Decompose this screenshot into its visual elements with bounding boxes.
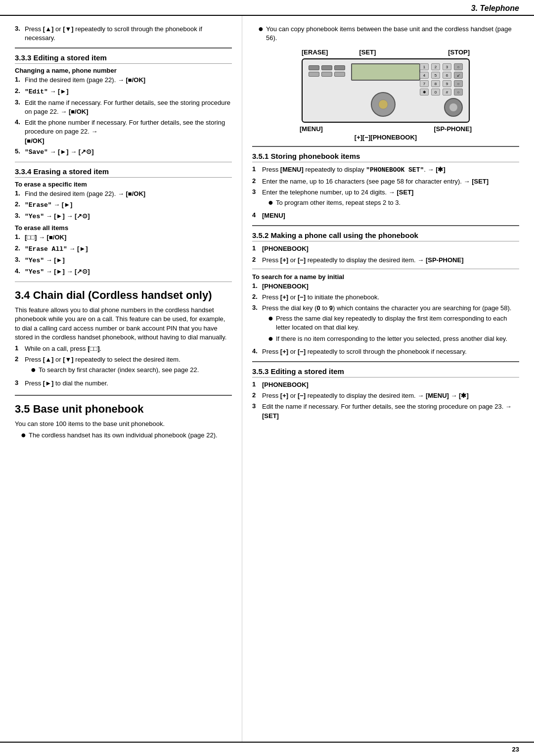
step-number: 2 <box>252 177 262 185</box>
step-334a-2: 2. "Erase All" → [►] <box>15 244 232 254</box>
step-352s-4: 4. Press [+] or [−] repeatedly to scroll… <box>252 347 519 356</box>
step-text: Enter the telephone number, up to 24 dig… <box>262 188 519 209</box>
divider-right-1 <box>252 146 519 147</box>
section-34-heading: 3.4 Chain dial (Cordless handset only) <box>15 289 232 302</box>
stop-label: [STOP] <box>448 48 470 56</box>
step-text: "Erase All" → [►] <box>25 244 232 254</box>
step-text: "Erase" → [►] <box>25 200 232 210</box>
bullet-text: To program other items, repeat steps 2 t… <box>276 198 519 207</box>
step-34-1: 1 While on a call, press [□□]. <box>15 344 232 353</box>
step-352s-2: 2. Press [+] or [−] to initiate the phon… <box>252 293 519 302</box>
step-text: Press [+] or [−] repeatedly to scroll th… <box>262 347 519 356</box>
step-351-1: 1 Press [MENU] repeatedly to display "PH… <box>252 165 519 175</box>
step-352s-3-bullets: ● Press the same dial key repeatedly to … <box>262 314 519 343</box>
step-number: 2. <box>15 244 25 252</box>
step-34-3: 3 Press [►] to dial the number. <box>15 379 232 388</box>
step-text: [PHONEBOOK] <box>262 244 519 253</box>
page-footer: 23 <box>0 742 534 756</box>
bullet-text: If there is no item corresponding to the… <box>276 334 519 343</box>
divider-352 <box>252 269 519 269</box>
step-text: [PHONEBOOK] <box>262 380 519 389</box>
step-334a-3: 3. "Yes" → [►] <box>15 256 232 265</box>
bullet-text: To search by first character (index sear… <box>39 366 232 375</box>
section-351: 3.5.1 Storing phonebook items 1 Press [M… <box>252 152 519 220</box>
step-text: Press [▲] or [▼] repeatedly to select th… <box>25 355 232 377</box>
page-container: 3. Telephone 3. Press [▲] or [▼] repeate… <box>0 0 534 756</box>
phone-screen <box>351 63 420 81</box>
step-text: "Save" → [►] → [↗⊙] <box>25 147 232 157</box>
step-351-3: 3 Enter the telephone number, up to 24 d… <box>252 188 519 209</box>
step-text: "Edit" → [►] <box>25 87 232 96</box>
step-text: Press [+] or [−] to initiate the phonebo… <box>262 293 519 302</box>
step-text: Press [+] or [−] repeatedly to display t… <box>262 391 519 400</box>
step-333-5: 5. "Save" → [►] → [↗⊙] <box>15 147 232 157</box>
step-351-3-bullets: ● To program other items, repeat steps 2… <box>262 198 519 207</box>
step-number: 4. <box>252 347 262 355</box>
step-text: Enter the name, up to 16 characters (see… <box>262 177 519 186</box>
step-text: [MENU] <box>262 211 519 220</box>
step-352s-3: 3. Press the dial key (0 to 9) which con… <box>252 304 519 345</box>
section-352-heading: 3.5.2 Making a phone call using the phon… <box>252 231 519 241</box>
step-text: "Yes" → [►] <box>25 256 232 265</box>
step-number: 1 <box>252 165 262 173</box>
step-text: "Yes" → [►] → [↗⊙] <box>25 212 232 221</box>
subsection-change-label: Changing a name, phone number <box>15 67 232 74</box>
bullet-item: ● The cordless handset has its own indiv… <box>15 431 232 440</box>
step-number: 3 <box>252 188 262 195</box>
step-352-1: 1 [PHONEBOOK] <box>252 244 519 253</box>
step-352s-1: 1. [PHONEBOOK] <box>252 282 519 291</box>
phone-diagram: [ERASE] [SET] [STOP] <box>252 48 519 141</box>
bullet-dot: ● <box>268 198 276 207</box>
step-351-4: 4 [MENU] <box>252 211 519 220</box>
bullet-dot: ● <box>31 365 39 374</box>
step-number: 3 <box>15 379 25 386</box>
page-header: 3. Telephone <box>0 0 534 16</box>
step-number: 3 <box>252 402 262 410</box>
step-text: Find the desired item (page 22). → [■/OK… <box>25 189 232 198</box>
step-334s-1: 1. Find the desired item (page 22). → [■… <box>15 189 232 198</box>
step-334a-4: 4. "Yes" → [►] → [↗⊙] <box>15 267 232 277</box>
bullet-dot: ● <box>21 430 29 439</box>
step-number: 2 <box>252 391 262 399</box>
step-text: Press the dial key (0 to 9) which contai… <box>262 304 519 345</box>
step-number: 5. <box>15 147 25 155</box>
step-number: 1 <box>252 244 262 252</box>
left-column: 3. Press [▲] or [▼] repeatedly to scroll… <box>0 16 242 742</box>
bullet-dot: ● <box>258 24 266 33</box>
section-35-heading: 3.5 Base unit phonebook <box>15 403 232 416</box>
step-number: 1. <box>15 189 25 197</box>
step-number: 4. <box>15 267 25 275</box>
search-by-initial-label: To search for a name by initial <box>252 273 519 281</box>
step-number: 1 <box>15 344 25 352</box>
step-number: 3. <box>252 304 262 311</box>
divider-34 <box>15 395 232 396</box>
step-number: 3. <box>15 256 25 263</box>
divider-right-2 <box>252 225 519 226</box>
section-34: 3.4 Chain dial (Cordless handset only) T… <box>15 289 232 440</box>
bullet-item: ● Press the same dial key repeatedly to … <box>262 314 519 332</box>
sp-phone-label: [SP-PHONE] <box>434 125 472 133</box>
step-34-2: 2 Press [▲] or [▼] repeatedly to select … <box>15 355 232 377</box>
step-number: 1. <box>15 76 25 83</box>
step-number: 2. <box>252 293 262 300</box>
section-333-heading: 3.3.3 Editing a stored item <box>15 53 232 64</box>
step-text: Press [▲] or [▼] repeatedly to scroll th… <box>25 25 232 43</box>
step-text: [PHONEBOOK] <box>262 282 519 291</box>
step-text: Press [►] to dial the number. <box>25 379 232 388</box>
phonebook-label: [+][−][PHONEBOOK] <box>355 134 417 141</box>
step-number: 2. <box>15 87 25 94</box>
step-text: While on a call, press [□□]. <box>25 344 232 353</box>
step-333-3: 3. Edit the name if necessary. For furth… <box>15 98 232 116</box>
bullet-text: Press the same dial key repeatedly to di… <box>276 314 519 332</box>
step-333-2: 2. "Edit" → [►] <box>15 87 232 96</box>
bullet-dot: ● <box>268 334 276 343</box>
bullet-item: ● If there is no item corresponding to t… <box>262 334 519 343</box>
step-number: 3. <box>15 212 25 219</box>
step-text: Edit the name if necessary. For further … <box>25 98 232 116</box>
section-35-body: You can store 100 items to the base unit… <box>15 420 232 428</box>
section-35-bullets: ● The cordless handset has its own indiv… <box>15 431 232 440</box>
page-number: 23 <box>512 746 519 753</box>
step-number: 2 <box>252 256 262 263</box>
to-erase-specific-label: To erase a specific item <box>15 181 232 188</box>
divider-right-3 <box>252 361 519 362</box>
